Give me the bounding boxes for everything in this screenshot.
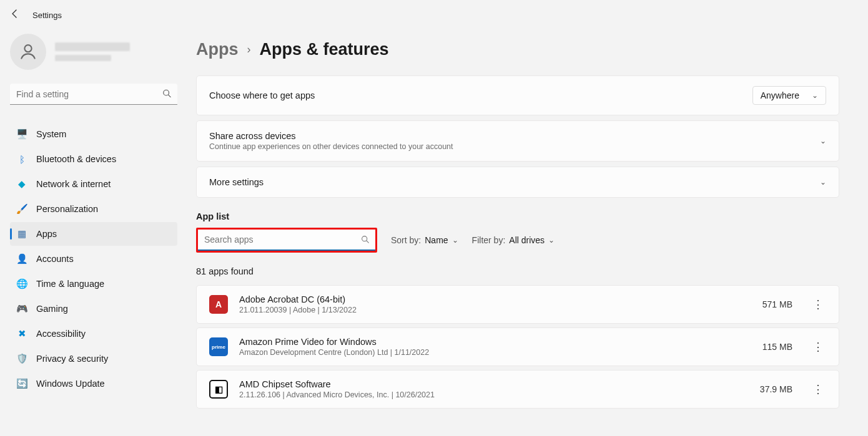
sidebar-item-bluetooth-devices[interactable]: ᛒBluetooth & devices [10,147,177,171]
network-internet-icon: ◆ [16,178,27,190]
sidebar-item-label: Bluetooth & devices [36,154,116,164]
sidebar-item-label: Time & language [36,279,104,289]
window-title: Settings [32,11,62,20]
chevron-down-icon: ⌄ [820,178,826,187]
sort-value: Name [425,235,448,245]
app-size: 115 MB [762,342,792,352]
app-row[interactable]: primeAmazon Prime Video for WindowsAmazo… [196,327,839,366]
app-row[interactable]: ◧AMD Chipset Software2.11.26.106 | Advan… [196,370,839,409]
system-icon: 🖥️ [16,128,27,140]
sidebar-item-label: Gaming [36,304,68,314]
app-meta: 21.011.20039 | Adobe | 1/13/2022 [239,306,751,314]
sidebar-item-label: Windows Update [36,379,105,389]
accounts-icon: 👤 [16,253,27,264]
sidebar-item-gaming[interactable]: 🎮Gaming [10,297,177,321]
app-meta: 2.11.26.106 | Advanced Micro Devices, In… [239,390,749,399]
apps-icon: ▦ [16,228,27,240]
time-language-icon: 🌐 [16,278,27,289]
find-setting-input[interactable] [10,84,177,105]
search-icon [162,89,171,100]
user-text [55,42,130,61]
search-apps-input[interactable] [198,230,375,251]
sidebar-item-accounts[interactable]: 👤Accounts [10,247,177,271]
app-more-button[interactable]: ⋮ [810,340,826,354]
dropdown-value: Anywhere [761,90,799,100]
search-icon [361,235,369,245]
card-title: Choose where to get apps [209,90,315,100]
app-row[interactable]: AAdobe Acrobat DC (64-bit)21.011.20039 |… [196,285,839,324]
card-subtitle: Continue app experiences on other device… [209,142,453,151]
sidebar-item-accessibility[interactable]: ✖Accessibility [10,322,177,346]
chevron-down-icon: ⌄ [812,91,818,100]
title-bar: Settings [0,0,868,30]
sidebar-item-label: Apps [36,229,57,239]
app-size: 37.9 MB [760,384,792,394]
card-share-devices[interactable]: Share across devices Continue app experi… [196,120,839,162]
filter-label: Filter by: [472,235,506,245]
avatar [10,34,46,70]
sidebar-item-privacy-security[interactable]: 🛡️Privacy & security [10,347,177,371]
search-apps-highlight [196,228,377,253]
chevron-down-icon: ⌄ [548,236,555,245]
svg-point-1 [164,90,169,95]
nav: 🖥️SystemᛒBluetooth & devices◆Network & i… [10,122,177,395]
sidebar-item-label: Accounts [36,254,74,264]
app-meta: Amazon Development Centre (London) Ltd |… [239,348,751,357]
choose-apps-dropdown[interactable]: Anywhere ⌄ [752,86,826,105]
app-icon: ◧ [209,380,228,399]
sidebar-item-network-internet[interactable]: ◆Network & internet [10,172,177,196]
sidebar-item-time-language[interactable]: 🌐Time & language [10,272,177,296]
chevron-down-icon: ⌄ [820,137,826,145]
sidebar-item-system[interactable]: 🖥️System [10,122,177,146]
sidebar-item-label: Network & internet [36,179,111,189]
filter-value: All drives [509,235,545,245]
find-setting-search[interactable] [10,84,177,105]
sidebar-item-label: Accessibility [36,329,86,339]
chevron-right-icon: › [247,43,251,56]
user-block[interactable] [10,34,177,70]
card-title: Share across devices [209,131,453,141]
chevron-down-icon: ⌄ [452,236,458,245]
app-name: Amazon Prime Video for Windows [239,337,751,347]
main-content: Apps › Apps & features Choose where to g… [187,30,868,412]
app-icon: A [209,295,228,314]
sidebar-item-label: System [36,129,66,139]
card-title: More settings [209,177,264,187]
back-button[interactable] [10,9,20,21]
card-choose-apps[interactable]: Choose where to get apps Anywhere ⌄ [196,75,839,115]
breadcrumb: Apps › Apps & features [196,40,839,59]
personalization-icon: 🖌️ [16,203,27,215]
sidebar-item-personalization[interactable]: 🖌️Personalization [10,197,177,221]
sort-by-dropdown[interactable]: Sort by: Name ⌄ [391,235,458,245]
sidebar-item-label: Privacy & security [36,354,108,364]
svg-line-2 [169,95,171,97]
sidebar-item-windows-update[interactable]: 🔄Windows Update [10,372,177,395]
app-size: 571 MB [762,299,792,309]
app-name: Adobe Acrobat DC (64-bit) [239,294,751,304]
gaming-icon: 🎮 [16,303,27,314]
app-name: AMD Chipset Software [239,379,749,389]
app-info: Amazon Prime Video for WindowsAmazon Dev… [239,337,751,357]
filter-by-dropdown[interactable]: Filter by: All drives ⌄ [472,235,555,245]
breadcrumb-parent[interactable]: Apps [196,40,239,59]
accessibility-icon: ✖ [16,328,27,339]
card-more-settings[interactable]: More settings ⌄ [196,167,839,198]
apps-container: AAdobe Acrobat DC (64-bit)21.011.20039 |… [196,285,839,409]
app-info: Adobe Acrobat DC (64-bit)21.011.20039 | … [239,294,751,314]
search-apps-box[interactable] [198,230,375,251]
app-info: AMD Chipset Software2.11.26.106 | Advanc… [239,379,749,399]
app-more-button[interactable]: ⋮ [810,298,826,311]
sidebar-item-label: Personalization [36,204,98,214]
apps-found-count: 81 apps found [196,266,839,276]
sidebar-item-apps[interactable]: ▦Apps [10,222,177,246]
app-more-button[interactable]: ⋮ [810,382,826,396]
privacy-security-icon: 🛡️ [16,353,27,364]
svg-line-4 [367,241,368,243]
bluetooth-devices-icon: ᛒ [16,154,27,165]
sort-label: Sort by: [391,235,421,245]
svg-point-3 [362,236,367,241]
svg-point-0 [24,45,31,52]
page-title: Apps & features [260,40,389,59]
windows-update-icon: 🔄 [16,378,27,389]
app-list-controls: Sort by: Name ⌄ Filter by: All drives ⌄ [196,228,839,253]
